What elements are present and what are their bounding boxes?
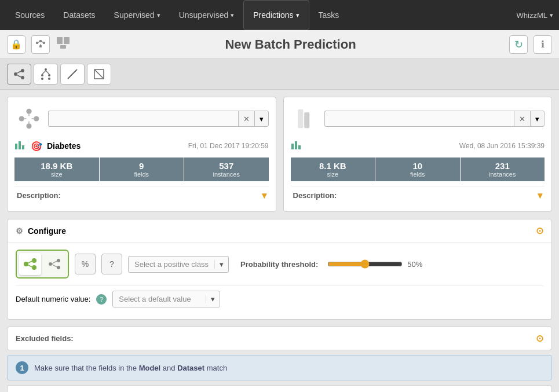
svg-line-20 bbox=[42, 71, 46, 74]
nav-supervised[interactable]: Supervised bbox=[105, 0, 170, 30]
svg-rect-3 bbox=[39, 45, 42, 47]
right-dataset-panel: Diabetis diagnosis dataset | Test (30%) … bbox=[283, 97, 553, 212]
notice-dataset-bold: Dataset bbox=[177, 364, 204, 372]
svg-point-49 bbox=[49, 262, 52, 266]
right-dataset-info: Wed, 08 Jun 2016 15:39:39 bbox=[291, 139, 545, 153]
left-dataset-clear[interactable]: ✕ bbox=[238, 111, 254, 127]
svg-point-46 bbox=[32, 265, 36, 270]
right-stats: 8.1 KB size 10 fields 231 instances bbox=[291, 157, 545, 181]
help-option-icon[interactable]: ? bbox=[101, 254, 122, 274]
nav-unsupervised[interactable]: Unsupervised bbox=[170, 0, 244, 30]
page-title: New Batch Prediction bbox=[78, 37, 503, 52]
svg-rect-43 bbox=[298, 145, 301, 149]
nav-sources[interactable]: Sources bbox=[6, 0, 54, 30]
default-help-icon[interactable]: ? bbox=[96, 294, 107, 305]
left-chart-icon bbox=[14, 139, 26, 153]
left-description: Description: ▾ bbox=[14, 186, 269, 204]
svg-line-48 bbox=[28, 265, 32, 267]
positive-class-select[interactable]: Select a positive class ▾ bbox=[128, 256, 229, 273]
svg-point-19 bbox=[48, 78, 50, 80]
nav-predictions[interactable]: Predictions bbox=[243, 0, 309, 30]
right-dataset-selector: Diabetis diagnosis dataset | Test (30%) … bbox=[291, 104, 545, 133]
configure-header: ⚙ Configure ⊙ bbox=[8, 219, 551, 243]
nav-datasets[interactable]: Datasets bbox=[54, 0, 104, 30]
tool-tree[interactable] bbox=[34, 64, 58, 85]
info-icon[interactable]: ℹ bbox=[534, 35, 552, 54]
nav-user[interactable]: WhizzML bbox=[517, 11, 553, 20]
svg-line-47 bbox=[28, 261, 32, 263]
threshold-label: Probability threshold: bbox=[240, 260, 318, 269]
left-dataset-selector: Diabetes diagnosis dataset | Training (7… bbox=[14, 104, 269, 133]
model-type-ensemble[interactable] bbox=[19, 253, 41, 275]
tool-ensemble[interactable] bbox=[7, 64, 31, 85]
svg-rect-39 bbox=[298, 109, 303, 129]
left-model-icon bbox=[14, 104, 43, 133]
positive-class-arrow[interactable]: ▾ bbox=[214, 260, 228, 269]
svg-line-14 bbox=[17, 75, 21, 77]
right-dataset-dropdown[interactable]: ▾ bbox=[530, 111, 545, 127]
batch-prediction-icon bbox=[56, 35, 72, 54]
notice-row: 1 Make sure that the fields in the Model… bbox=[7, 355, 552, 380]
lock-icon[interactable]: 🔒 bbox=[7, 35, 25, 54]
flow-icon[interactable] bbox=[31, 35, 50, 54]
left-description-toggle[interactable]: ▾ bbox=[262, 190, 266, 201]
right-dataset-clear[interactable]: ✕ bbox=[514, 111, 530, 127]
default-value-select[interactable]: Select a default value ▾ bbox=[112, 291, 220, 307]
svg-line-21 bbox=[46, 71, 49, 74]
positive-class-dropdown[interactable]: Select a positive class bbox=[129, 257, 214, 272]
svg-line-22 bbox=[68, 69, 77, 79]
left-dataset-info: 🎯 Diabetes Fri, 01 Dec 2017 19:20:59 bbox=[14, 139, 269, 153]
configure-body: % ? Select a positive class ▾ Probabilit… bbox=[8, 243, 551, 319]
right-dataset-input[interactable]: Diabetis diagnosis dataset | Test (30%) bbox=[324, 111, 514, 127]
svg-point-18 bbox=[41, 78, 43, 80]
svg-point-51 bbox=[57, 266, 60, 269]
right-description: Description: ▾ bbox=[291, 186, 545, 204]
threshold-slider[interactable] bbox=[327, 259, 403, 269]
default-value-dropdown[interactable]: Select a default value bbox=[113, 291, 206, 307]
excluded-fields-section: Excluded fields: ⊙ bbox=[7, 327, 552, 350]
left-stats: 18.9 KB size 9 fields 537 instances bbox=[14, 157, 269, 181]
default-value-row: Default numeric value: ? Select a defaul… bbox=[16, 285, 543, 312]
excluded-fields-toggle[interactable]: ⊙ bbox=[536, 333, 543, 344]
right-dataset-input-group: Diabetis diagnosis dataset | Test (30%) … bbox=[324, 111, 545, 127]
configure-toggle[interactable]: ⊙ bbox=[536, 225, 543, 236]
left-target-icon: 🎯 bbox=[31, 141, 42, 152]
tool-network[interactable] bbox=[87, 64, 111, 85]
right-description-toggle[interactable]: ▾ bbox=[538, 190, 542, 201]
tool-linear[interactable] bbox=[60, 64, 85, 85]
svg-point-31 bbox=[26, 123, 31, 129]
left-stat-size: 18.9 KB size bbox=[14, 157, 99, 181]
svg-rect-40 bbox=[304, 112, 309, 128]
svg-rect-9 bbox=[60, 45, 66, 49]
nav-tasks[interactable]: Tasks bbox=[309, 0, 349, 30]
right-chart-icon bbox=[291, 139, 302, 153]
svg-rect-1 bbox=[39, 40, 42, 42]
svg-rect-37 bbox=[19, 141, 21, 149]
notice-number: 1 bbox=[16, 361, 28, 374]
notice-model-bold: Model bbox=[139, 364, 161, 372]
svg-point-15 bbox=[45, 68, 47, 71]
right-dataset-date: Wed, 08 Jun 2016 15:39:39 bbox=[459, 142, 545, 150]
left-stat-instances: 537 instances bbox=[184, 157, 269, 181]
model-type-buttons bbox=[16, 250, 69, 279]
default-value-arrow[interactable]: ▾ bbox=[206, 295, 220, 303]
svg-rect-8 bbox=[64, 37, 70, 44]
default-value-label: Default numeric value: bbox=[16, 295, 90, 303]
svg-point-11 bbox=[21, 69, 24, 72]
configure-gear-icon: ⚙ bbox=[16, 226, 23, 236]
svg-point-29 bbox=[26, 109, 31, 114]
model-type-tree[interactable] bbox=[43, 253, 65, 275]
percentage-icon[interactable]: % bbox=[75, 254, 96, 274]
left-dataset-dropdown[interactable]: ▾ bbox=[254, 111, 269, 127]
left-dataset-input-group: Diabetes diagnosis dataset | Training (7… bbox=[48, 111, 269, 127]
right-stat-size: 8.1 KB size bbox=[291, 157, 375, 181]
fields-mapping-row: Fields mapping: Default fields ⊙ bbox=[7, 385, 552, 392]
refresh-icon[interactable]: ↻ bbox=[509, 35, 528, 54]
svg-line-4 bbox=[38, 41, 39, 43]
svg-rect-2 bbox=[43, 42, 45, 44]
svg-line-5 bbox=[42, 41, 43, 43]
svg-rect-41 bbox=[291, 144, 294, 149]
left-stat-fields: 9 fields bbox=[100, 157, 184, 181]
svg-point-45 bbox=[32, 258, 36, 263]
left-dataset-input[interactable]: Diabetes diagnosis dataset | Training (7… bbox=[48, 111, 238, 127]
